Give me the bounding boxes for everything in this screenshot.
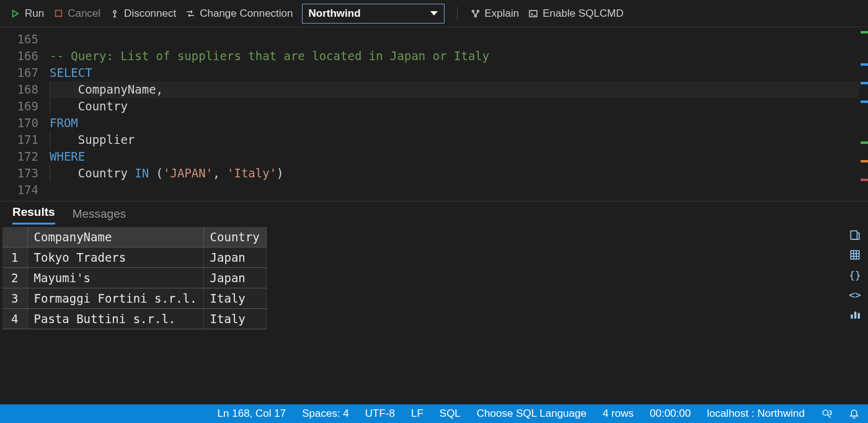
line-number: 166 [0,48,38,65]
code-line[interactable]: CompanyName, [50,81,859,98]
save-xml-button[interactable]: <> [848,288,862,301]
tab-messages[interactable]: Messages [73,203,126,225]
svg-rect-5 [529,11,537,17]
change-connection-label: Change Connection [200,7,293,20]
cell[interactable]: Japan [203,268,266,288]
run-button[interactable]: Run [10,7,44,20]
line-number: 172 [0,148,38,165]
code-line[interactable]: -- Query: List of suppliers that are loc… [50,48,859,65]
status-elapsed-time[interactable]: 00:00:00 [650,407,691,420]
cell[interactable]: Mayumi's [27,268,203,288]
code-line[interactable]: Country [50,98,859,115]
row-number-cell[interactable]: 4 [2,309,27,329]
code-token: 'Italy' [227,166,277,180]
code-token: 'JAPAN' [163,166,213,180]
tab-results[interactable]: Results [12,202,55,225]
code-line[interactable]: SELECT [50,65,859,81]
database-select-value: Northwind [309,7,361,20]
database-select[interactable]: Northwind [302,4,445,24]
disconnect-icon [109,8,120,19]
indent-guide [50,81,50,98]
chart-button[interactable] [848,308,862,321]
svg-point-11 [823,410,828,416]
status-indentation[interactable]: Spaces: 4 [302,407,349,420]
save-json-button[interactable]: {} [848,268,862,282]
status-eol[interactable]: LF [411,407,423,420]
code-token: FROM [50,116,78,130]
row-number-header[interactable] [2,227,27,247]
enable-sqlcmd-button[interactable]: Enable SQLCMD [528,7,623,20]
cell[interactable]: Formaggi Fortini s.r.l. [27,288,203,309]
line-number: 171 [0,131,38,148]
row-number-cell[interactable]: 1 [2,247,27,268]
table-row[interactable]: 1Tokyo TradersJapan [2,247,266,268]
status-encoding[interactable]: UTF-8 [365,407,395,420]
cancel-button[interactable]: Cancel [53,7,100,20]
sql-editor[interactable]: 165166167168169170171172173174 -- Query:… [0,27,868,201]
change-connection-button[interactable]: Change Connection [185,7,293,20]
svg-rect-8 [851,314,852,319]
disconnect-button[interactable]: Disconnect [109,7,176,20]
output-panel-tabs: Results Messages [0,201,868,225]
line-number: 167 [0,65,38,81]
chevron-down-icon [430,11,438,16]
status-notifications-button[interactable] [848,408,859,419]
row-number-cell[interactable]: 2 [2,268,27,288]
status-language[interactable]: SQL [440,407,461,420]
code-line[interactable]: WHERE [50,148,859,165]
results-side-actions: {} <> [848,228,862,321]
minimap[interactable] [859,27,868,201]
svg-rect-7 [851,251,859,259]
cell[interactable]: Italy [203,288,266,309]
toolbar-separator [457,7,458,20]
code-token: ( [149,166,163,180]
line-number: 170 [0,115,38,131]
play-icon [10,8,21,19]
minimap-mark [861,82,868,84]
results-grid[interactable]: CompanyNameCountry 1Tokyo TradersJapan2M… [2,227,267,329]
row-number-cell[interactable]: 3 [2,288,27,309]
explain-label: Explain [485,7,520,20]
explain-icon [470,8,481,19]
minimap-mark [861,100,868,103]
code-line[interactable]: FROM [50,115,859,131]
table-row[interactable]: 3Formaggi Fortini s.r.l.Italy [2,288,266,309]
feedback-icon [821,408,832,419]
line-number: 174 [0,182,38,198]
code-token: Country [50,99,128,113]
code-area[interactable]: -- Query: List of suppliers that are loc… [50,27,859,201]
cell[interactable]: Italy [203,309,266,329]
code-token: SELECT [50,66,92,79]
status-feedback-button[interactable] [821,408,832,419]
status-cursor[interactable]: Ln 168, Col 17 [218,407,286,420]
svg-rect-10 [858,313,860,319]
table-row[interactable]: 2Mayumi'sJapan [2,268,266,288]
svg-point-1 [113,11,116,13]
code-token: , [213,166,227,180]
table-row[interactable]: 4Pasta Buttini s.r.l.Italy [2,309,266,329]
cell[interactable]: Japan [203,247,266,268]
disconnect-label: Disconnect [124,7,176,20]
code-line[interactable]: Supplier [50,131,859,148]
code-line[interactable]: Country IN ('JAPAN', 'Italy') [50,165,859,182]
status-row-count[interactable]: 4 rows [603,407,634,420]
code-token: Supplier [50,133,135,146]
save-excel-button[interactable] [848,248,862,262]
code-token: IN [135,166,149,180]
indent-guide [50,165,50,182]
status-connection[interactable]: localhost : Northwind [707,407,805,420]
explain-button[interactable]: Explain [470,7,520,20]
column-header[interactable]: CompanyName [27,227,203,247]
code-line[interactable] [50,31,859,48]
status-choose-language[interactable]: Choose SQL Language [477,407,587,420]
indent-guide [50,98,50,115]
cell[interactable]: Tokyo Traders [27,247,203,268]
line-number: 173 [0,165,38,182]
minimap-mark [861,63,868,66]
code-token: -- Query: List of suppliers that are loc… [50,49,489,63]
cell[interactable]: Pasta Buttini s.r.l. [27,309,203,329]
code-line[interactable] [50,182,859,198]
code-token: Country [50,166,135,180]
save-csv-button[interactable] [848,228,862,242]
column-header[interactable]: Country [203,227,266,247]
